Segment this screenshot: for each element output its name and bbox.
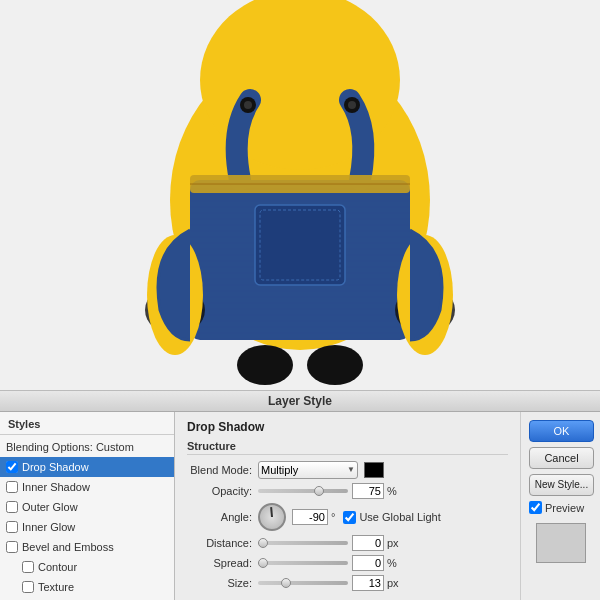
layer-item-blending[interactable]: Blending Options: Custom — [0, 437, 174, 457]
layer-item-bevel-emboss[interactable]: Bevel and Emboss — [0, 537, 174, 557]
blend-mode-row: Blend Mode: Multiply Normal Screen Overl… — [187, 461, 508, 479]
outer-glow-checkbox[interactable] — [6, 501, 18, 513]
bevel-emboss-checkbox[interactable] — [6, 541, 18, 553]
new-style-button[interactable]: New Style... — [529, 474, 594, 496]
spread-row: Spread: % — [187, 555, 508, 571]
preview-checkbox[interactable] — [529, 501, 542, 514]
layer-item-inner-shadow[interactable]: Inner Shadow — [0, 477, 174, 497]
styles-header: Styles — [0, 416, 174, 435]
opacity-row: Opacity: % — [187, 483, 508, 499]
distance-row: Distance: px — [187, 535, 508, 551]
dialog-body: Styles Blending Options: Custom Drop Sha… — [0, 412, 600, 600]
inner-shadow-label: Inner Shadow — [22, 481, 90, 493]
opacity-input[interactable] — [352, 483, 384, 499]
dialog-titlebar: Layer Style — [0, 390, 600, 412]
angle-dial[interactable] — [258, 503, 286, 531]
spread-slider-thumb[interactable] — [258, 558, 268, 568]
angle-label: Angle: — [187, 511, 252, 523]
minion-illustration — [0, 0, 600, 390]
layer-item-texture[interactable]: Texture — [0, 577, 174, 597]
spread-input[interactable] — [352, 555, 384, 571]
svg-rect-9 — [255, 205, 345, 285]
size-slider-thumb[interactable] — [281, 578, 291, 588]
global-light-checkbox[interactable] — [343, 511, 356, 524]
svg-point-15 — [237, 345, 293, 385]
section-title: Drop Shadow — [187, 420, 508, 434]
spread-unit: % — [387, 557, 397, 569]
blend-mode-select-wrapper[interactable]: Multiply Normal Screen Overlay — [258, 461, 358, 479]
blend-mode-label: Blend Mode: — [187, 464, 252, 476]
distance-label: Distance: — [187, 537, 252, 549]
spread-slider-track[interactable] — [258, 561, 348, 565]
opacity-label: Opacity: — [187, 485, 252, 497]
size-row: Size: px — [187, 575, 508, 591]
blend-color-swatch[interactable] — [364, 462, 384, 478]
subsection-title: Structure — [187, 440, 508, 455]
angle-input[interactable] — [292, 509, 328, 525]
inner-glow-checkbox[interactable] — [6, 521, 18, 533]
size-input[interactable] — [352, 575, 384, 591]
svg-point-16 — [307, 345, 363, 385]
angle-unit: ° — [331, 511, 335, 523]
svg-point-6 — [244, 101, 252, 109]
middle-panel: Drop Shadow Structure Blend Mode: Multip… — [175, 412, 520, 600]
opacity-slider-track[interactable] — [258, 489, 348, 493]
inner-glow-label: Inner Glow — [22, 521, 75, 533]
texture-label: Texture — [38, 581, 74, 593]
layer-item-contour[interactable]: Contour — [0, 557, 174, 577]
distance-slider-track[interactable] — [258, 541, 348, 545]
global-light-text: Use Global Light — [359, 511, 440, 523]
ok-button[interactable]: OK — [529, 420, 594, 442]
preview-label[interactable]: Preview — [529, 501, 592, 514]
svg-point-8 — [348, 101, 356, 109]
layer-item-outer-glow[interactable]: Outer Glow — [0, 497, 174, 517]
contour-label: Contour — [38, 561, 77, 573]
distance-slider-thumb[interactable] — [258, 538, 268, 548]
global-light-label[interactable]: Use Global Light — [343, 511, 440, 524]
outer-glow-label: Outer Glow — [22, 501, 78, 513]
angle-row: Angle: ° Use Global Light — [187, 503, 508, 531]
size-slider-track[interactable] — [258, 581, 348, 585]
layer-item-inner-glow[interactable]: Inner Glow — [0, 517, 174, 537]
preview-swatch — [536, 523, 586, 563]
spread-label: Spread: — [187, 557, 252, 569]
size-unit: px — [387, 577, 399, 589]
inner-shadow-checkbox[interactable] — [6, 481, 18, 493]
distance-input[interactable] — [352, 535, 384, 551]
drop-shadow-label: Drop Shadow — [22, 461, 89, 473]
size-label: Size: — [187, 577, 252, 589]
texture-checkbox[interactable] — [22, 581, 34, 593]
canvas-area — [0, 0, 600, 390]
blend-mode-select[interactable]: Multiply Normal Screen Overlay — [258, 461, 358, 479]
layer-item-drop-shadow[interactable]: Drop Shadow — [0, 457, 174, 477]
blending-label: Blending Options: Custom — [6, 441, 134, 453]
opacity-unit: % — [387, 485, 397, 497]
left-panel: Styles Blending Options: Custom Drop Sha… — [0, 412, 175, 600]
opacity-slider-thumb[interactable] — [314, 486, 324, 496]
drop-shadow-checkbox[interactable] — [6, 461, 18, 473]
distance-unit: px — [387, 537, 399, 549]
bevel-emboss-label: Bevel and Emboss — [22, 541, 114, 553]
contour-checkbox[interactable] — [22, 561, 34, 573]
preview-text: Preview — [545, 502, 584, 514]
cancel-button[interactable]: Cancel — [529, 447, 594, 469]
dialog-title: Layer Style — [268, 394, 332, 408]
right-panel: OK Cancel New Style... Preview — [520, 412, 600, 600]
